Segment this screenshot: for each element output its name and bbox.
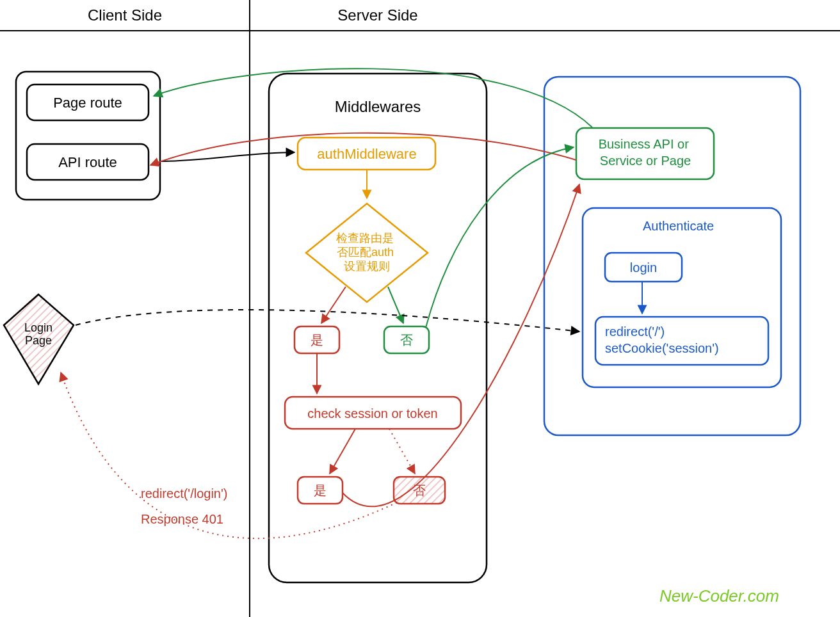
svg-text:检查路由是
    否匹配auth
    设置规则: 检查路由是 否匹配auth 设置规则: [336, 232, 397, 273]
login-page-label-1: Login: [24, 321, 52, 334]
check-session-label: check session or token: [307, 406, 437, 421]
login-label: login: [630, 260, 657, 275]
page-route-label: Page route: [53, 95, 122, 111]
decision-route-l1: 检查路由是: [336, 232, 394, 244]
yes1-label: 是: [311, 333, 323, 347]
label-redirect-login: redirect('/login'): [141, 486, 227, 501]
login-page-label-2: Page: [25, 334, 52, 347]
auth-middleware-label: authMiddleware: [317, 146, 416, 162]
login-page-diamond: LoginPage: [4, 294, 74, 384]
business-label-l2: Service or Page: [600, 154, 691, 168]
header-client: Client Side: [88, 6, 162, 24]
header-server: Server Side: [337, 6, 417, 24]
authenticate-title: Authenticate: [643, 219, 714, 233]
no1-label: 否: [400, 333, 413, 347]
business-label-l1: Business API or: [599, 137, 690, 151]
yes2-label: 是: [314, 483, 327, 497]
api-route-label: API route: [58, 154, 117, 170]
redirect-l1: redirect('/'): [605, 325, 665, 339]
no2-label: 否: [413, 483, 426, 497]
middlewares-title: Middlewares: [335, 98, 421, 115]
decision-route-l2: 否匹配auth: [337, 246, 394, 259]
redirect-l2: setCookie('session'): [605, 341, 719, 355]
label-response-401: Response 401: [141, 512, 223, 526]
svg-text:LoginPage: LoginPage: [24, 321, 52, 347]
watermark: New-Coder.com: [659, 586, 779, 605]
decision-route-l3: 设置规则: [344, 260, 390, 273]
